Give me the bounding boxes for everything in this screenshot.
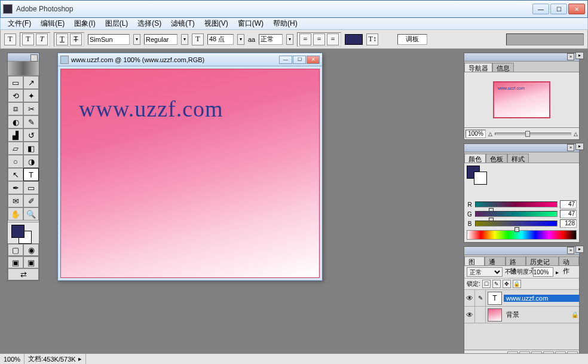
- align-left-icon[interactable]: ≡: [299, 33, 311, 45]
- opacity-dropdown-icon[interactable]: ▸: [556, 269, 559, 276]
- antialias-dropdown-icon[interactable]: ▾: [286, 34, 293, 45]
- menu-layer[interactable]: 图层(L): [100, 19, 133, 29]
- brush-tool-icon[interactable]: ✎: [23, 115, 39, 129]
- text-strikethrough-icon[interactable]: T: [70, 33, 82, 45]
- eraser-tool-icon[interactable]: ▱: [8, 142, 23, 155]
- eyedropper-tool-icon[interactable]: ✐: [23, 194, 39, 207]
- quickmask-off-icon[interactable]: ▢: [8, 244, 23, 256]
- font-style-dropdown-icon[interactable]: ▾: [181, 34, 188, 45]
- font-size-dropdown-icon[interactable]: ▾: [237, 34, 244, 45]
- tab-history[interactable]: 历史记录: [526, 256, 559, 265]
- menu-filter[interactable]: 滤镜(T): [166, 19, 199, 29]
- navigator-zoom-slider[interactable]: [495, 133, 571, 135]
- align-right-icon[interactable]: ≡: [327, 33, 339, 45]
- zoom-in-icon[interactable]: △: [574, 131, 578, 137]
- tab-color[interactable]: 颜色: [464, 154, 486, 163]
- notes-tool-icon[interactable]: ✉: [8, 194, 23, 207]
- tab-swatches[interactable]: 色板: [486, 154, 507, 163]
- stamp-tool-icon[interactable]: ▟: [8, 129, 23, 142]
- menu-file[interactable]: 文件(F): [3, 19, 36, 29]
- antialias-select[interactable]: [259, 34, 283, 45]
- r-value-input[interactable]: 47: [560, 200, 577, 209]
- text-orient-vertical-icon[interactable]: T: [36, 33, 48, 45]
- move-tool-icon[interactable]: ↗: [23, 76, 39, 89]
- healing-tool-icon[interactable]: ◐: [8, 115, 23, 129]
- menu-view[interactable]: 视图(V): [200, 19, 233, 29]
- warp-text-icon[interactable]: T↕: [366, 33, 378, 45]
- navigator-header[interactable]: ×▸: [464, 53, 579, 62]
- gradient-tool-icon[interactable]: ◧: [23, 142, 39, 155]
- panel-close-icon[interactable]: ×: [567, 247, 574, 254]
- menu-select[interactable]: 选择(S): [133, 19, 166, 29]
- tab-styles[interactable]: 样式: [507, 154, 529, 163]
- menu-window[interactable]: 窗口(W): [233, 19, 268, 29]
- layers-header[interactable]: ×▸: [464, 247, 579, 255]
- lock-transparent-icon[interactable]: ☐: [482, 280, 491, 288]
- navigator-preview[interactable]: www.uzzf.com: [464, 72, 579, 127]
- zoom-tool-icon[interactable]: 🔍: [23, 207, 39, 221]
- panel-menu-icon[interactable]: ▸: [575, 143, 584, 150]
- font-style-select[interactable]: [144, 34, 177, 45]
- b-slider[interactable]: [475, 221, 558, 227]
- opacity-input[interactable]: [533, 267, 553, 277]
- layer-item[interactable]: 👁 背景 🔒: [464, 307, 579, 323]
- lock-image-icon[interactable]: ✎: [492, 280, 501, 288]
- menu-edit[interactable]: 编辑(E): [36, 19, 69, 29]
- shape-tool-icon[interactable]: ▭: [23, 181, 39, 194]
- text-orient-horizontal-icon[interactable]: T: [22, 33, 34, 45]
- font-family-dropdown-icon[interactable]: ▾: [133, 34, 140, 45]
- status-zoom[interactable]: 100%: [0, 354, 24, 364]
- tab-layers[interactable]: 图层: [464, 256, 485, 265]
- document-window[interactable]: www.uzzf.com @ 100% (www.uzzf.com,RGB) —…: [57, 53, 323, 281]
- status-menu-icon[interactable]: ▸: [78, 355, 82, 363]
- panel-menu-icon[interactable]: ▸: [575, 246, 584, 253]
- tab-actions[interactable]: 动作: [559, 256, 579, 265]
- lock-all-icon[interactable]: 🔒: [513, 280, 521, 288]
- lock-position-icon[interactable]: ✥: [503, 280, 511, 288]
- color-header[interactable]: ×▸: [464, 144, 579, 152]
- navigator-thumbnail[interactable]: www.uzzf.com: [493, 81, 550, 118]
- marquee-tool-icon[interactable]: ▭: [8, 76, 23, 89]
- layer-name[interactable]: 背景: [504, 310, 571, 319]
- magic-wand-tool-icon[interactable]: ✦: [23, 89, 39, 102]
- hand-tool-icon[interactable]: ✋: [8, 207, 23, 221]
- path-select-tool-icon[interactable]: ↖: [8, 168, 23, 181]
- tab-channels[interactable]: 通道: [485, 256, 505, 265]
- doc-maximize-button[interactable]: ☐: [293, 56, 306, 64]
- minimize-button[interactable]: —: [532, 4, 549, 14]
- dodge-tool-icon[interactable]: ◑: [23, 155, 39, 168]
- b-value-input[interactable]: 128: [560, 219, 577, 228]
- panel-close-icon[interactable]: ×: [567, 53, 574, 60]
- screenmode-full-icon[interactable]: ▣: [23, 256, 39, 268]
- canvas[interactable]: www.uzzf.com: [60, 69, 320, 278]
- layer-item[interactable]: 👁 ✎ T www.uzzf.com: [464, 290, 579, 307]
- palette-button[interactable]: 调板: [397, 34, 427, 45]
- pen-tool-icon[interactable]: ✒: [8, 181, 23, 194]
- blend-mode-select[interactable]: 正常: [467, 267, 503, 277]
- layer-thumbnail[interactable]: T: [488, 292, 502, 305]
- align-center-icon[interactable]: ≡: [313, 33, 325, 45]
- text-color-swatch[interactable]: [345, 34, 363, 45]
- zoom-out-icon[interactable]: △: [488, 131, 492, 137]
- font-size-input[interactable]: [207, 34, 234, 45]
- layer-thumbnail[interactable]: [488, 308, 502, 322]
- color-picker[interactable]: [8, 222, 39, 243]
- quickmask-on-icon[interactable]: ◉: [23, 244, 39, 256]
- layer-visibility-icon[interactable]: 👁: [464, 290, 475, 306]
- panel-menu-icon[interactable]: ▸: [575, 52, 584, 59]
- menu-help[interactable]: 帮助(H): [268, 19, 302, 29]
- blur-tool-icon[interactable]: ○: [8, 155, 23, 168]
- screenmode-standard-icon[interactable]: ▣: [8, 256, 23, 268]
- navigator-zoom-input[interactable]: 100%: [466, 130, 486, 138]
- tab-info[interactable]: 信息: [492, 63, 514, 72]
- layer-link-icon[interactable]: ✎: [475, 290, 486, 306]
- layer-link-icon[interactable]: [475, 307, 486, 323]
- r-slider[interactable]: [475, 201, 558, 207]
- type-tool-icon[interactable]: T: [4, 33, 16, 45]
- canvas-text-layer[interactable]: www.uzzf.com: [79, 96, 223, 122]
- history-brush-tool-icon[interactable]: ↺: [23, 129, 39, 142]
- tab-paths[interactable]: 路径: [506, 256, 526, 265]
- slice-tool-icon[interactable]: ✂: [23, 102, 39, 115]
- layer-name[interactable]: www.uzzf.com: [504, 295, 579, 302]
- toolbox-header[interactable]: [8, 53, 39, 62]
